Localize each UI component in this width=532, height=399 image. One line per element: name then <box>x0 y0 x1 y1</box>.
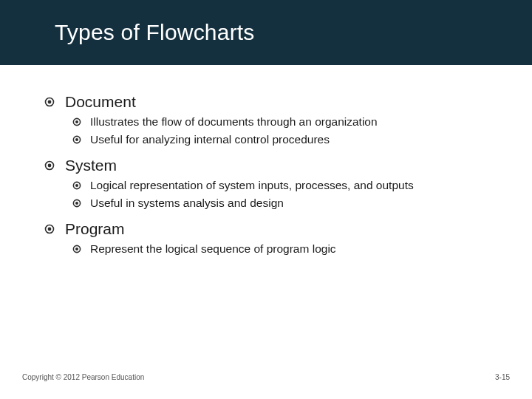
svg-point-3 <box>75 120 78 123</box>
list-item: Illustrates the flow of documents throug… <box>72 115 532 129</box>
list-item: Program <box>44 220 532 238</box>
list-item-text: Useful for analyzing internal control pr… <box>90 133 330 146</box>
list-item: System <box>44 157 532 174</box>
list-item: Useful in systems analysis and design <box>72 197 532 210</box>
svg-point-15 <box>75 248 78 250</box>
list-item: Represent the logical sequence of progra… <box>72 242 532 256</box>
list-item-text: Logical representation of system inputs,… <box>90 179 414 192</box>
svg-point-1 <box>48 100 52 104</box>
svg-point-9 <box>75 184 78 187</box>
slide: Types of Flowcharts Document Illustrates… <box>0 0 532 399</box>
section-system: System Logical representation of system … <box>44 157 532 210</box>
footer: Copyright © 2012 Pearson Education 3-15 <box>22 373 510 381</box>
bullet-icon <box>72 181 81 190</box>
list-item-text: Useful in systems analysis and design <box>90 197 284 210</box>
title-bar: Types of Flowcharts <box>0 0 532 65</box>
svg-point-13 <box>48 228 52 231</box>
bullet-icon <box>72 199 81 208</box>
page-number: 3-15 <box>495 373 510 381</box>
section-heading: Document <box>65 93 136 111</box>
content-area: Document Illustrates the flow of documen… <box>0 65 532 256</box>
bullet-icon <box>44 160 55 171</box>
section-program: Program Represent the logical sequence o… <box>44 220 532 256</box>
list-item-text: Illustrates the flow of documents throug… <box>90 115 378 129</box>
list-item-text: Represent the logical sequence of progra… <box>90 242 336 256</box>
slide-title: Types of Flowcharts <box>0 20 255 45</box>
svg-point-7 <box>48 164 52 168</box>
list-item: Logical representation of system inputs,… <box>72 179 532 192</box>
section-heading: Program <box>65 220 125 238</box>
svg-point-5 <box>75 138 78 141</box>
bullet-icon <box>72 135 81 144</box>
bullet-icon <box>72 117 81 126</box>
svg-point-11 <box>75 202 78 205</box>
list-item: Document <box>44 93 532 111</box>
section-heading: System <box>65 157 117 174</box>
copyright-text: Copyright © 2012 Pearson Education <box>22 373 144 381</box>
bullet-icon <box>44 97 55 107</box>
list-item: Useful for analyzing internal control pr… <box>72 133 532 146</box>
section-document: Document Illustrates the flow of documen… <box>44 93 532 146</box>
bullet-icon <box>44 224 55 234</box>
bullet-icon <box>72 245 81 253</box>
